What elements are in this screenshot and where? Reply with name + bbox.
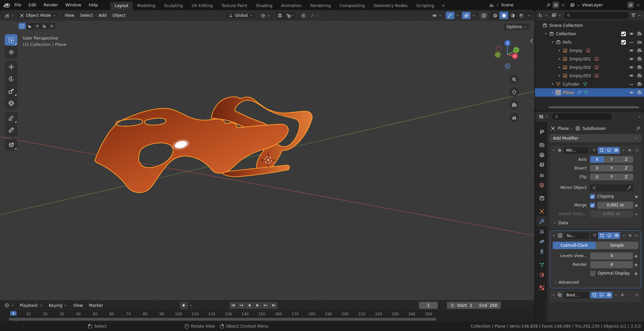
visibility-eye-icon[interactable] — [629, 90, 634, 95]
select-mode-button[interactable] — [41, 23, 48, 29]
timeline-editor-dropdown[interactable] — [3, 302, 16, 309]
outliner-row[interactable]: Empty — [535, 46, 644, 55]
properties-tab[interactable] — [536, 193, 547, 203]
gizmos-dropdown[interactable] — [454, 12, 461, 19]
topbar-menu[interactable]: File — [11, 3, 25, 7]
modifier-name-field[interactable]: Bool... — [564, 292, 589, 298]
row-label[interactable]: Collection — [556, 32, 576, 36]
topbar-menu[interactable]: Edit — [25, 3, 40, 7]
optimal-display-checkbox[interactable] — [590, 271, 595, 276]
viewport-menu[interactable]: Select — [77, 12, 96, 19]
outliner-row[interactable]: Cylinder — [535, 80, 644, 88]
shading-solid-button[interactable] — [499, 12, 508, 19]
blender-logo-icon[interactable] — [2, 0, 11, 10]
breadcrumb-item[interactable]: Subdivision — [583, 126, 606, 131]
render-camera-icon[interactable] — [637, 31, 642, 36]
new-scene-button[interactable] — [552, 2, 559, 8]
outliner-row[interactable]: Collection — [535, 30, 644, 38]
visibility-eye-icon[interactable] — [629, 82, 634, 87]
data-subpanel-toggle[interactable]: › Data — [550, 218, 641, 226]
outliner-hscrollbar[interactable] — [548, 106, 639, 108]
render-camera-icon[interactable] — [637, 48, 642, 53]
workspace-tab[interactable]: Compositing — [335, 2, 369, 10]
outliner-row[interactable]: Plane — [535, 88, 644, 97]
show-on-cage-toggle[interactable] — [590, 147, 598, 154]
overlays-dropdown[interactable] — [471, 12, 477, 19]
properties-tab[interactable] — [536, 283, 547, 293]
modifier-name-field[interactable]: Su... — [564, 232, 589, 239]
workspace-tab[interactable]: Sculpting — [160, 2, 187, 10]
workspace-tab[interactable]: Animation — [277, 2, 306, 10]
xray-toggle[interactable] — [479, 12, 488, 19]
shading-wireframe-button[interactable] — [491, 12, 499, 19]
row-label[interactable]: Refs — [563, 40, 572, 45]
current-frame-field[interactable]: 1 — [419, 302, 438, 309]
workspace-tab[interactable]: UV Editing — [187, 2, 217, 10]
pan-hand-button[interactable] — [509, 87, 519, 97]
drag-handle-icon[interactable] — [634, 148, 639, 153]
axis-toggle[interactable]: Z — [619, 156, 633, 163]
row-label[interactable]: Empty.001 — [570, 57, 591, 61]
zoom-button[interactable] — [509, 75, 519, 84]
eyedropper-icon[interactable] — [627, 186, 631, 190]
outliner-row[interactable]: Scene Collection — [535, 21, 644, 30]
timeline-menu[interactable]: Marker — [86, 302, 106, 309]
row-label[interactable]: Empty.003 — [570, 74, 591, 78]
workspace-tab[interactable]: Scripting — [412, 2, 438, 10]
properties-tab[interactable] — [536, 127, 547, 137]
properties-options-chevron[interactable] — [638, 115, 641, 119]
merge-threshold-field[interactable]: 0.001 m — [597, 202, 633, 209]
show-on-cage-toggle[interactable] — [591, 232, 598, 239]
workspace-tab[interactable]: + — [438, 1, 448, 10]
outliner-row[interactable]: Empty.002 — [535, 63, 644, 72]
modifier-extras-chevron[interactable] — [614, 293, 618, 297]
gizmos-toggle[interactable] — [446, 12, 454, 19]
select-mode-button[interactable] — [18, 23, 26, 29]
transport-button[interactable] — [229, 302, 237, 309]
properties-editor-dropdown[interactable] — [538, 113, 550, 120]
remove-viewlayer-icon[interactable] — [636, 3, 641, 8]
tool-button[interactable] — [5, 61, 17, 73]
shading-rendered-button[interactable] — [517, 12, 526, 19]
render-camera-icon[interactable] — [637, 82, 642, 87]
tool-button[interactable] — [5, 124, 17, 136]
row-label[interactable]: Empty — [570, 48, 583, 53]
outliner-row[interactable]: Empty.003 — [535, 72, 644, 80]
select-mode-button[interactable] — [48, 23, 55, 29]
show-in-render-toggle[interactable] — [613, 232, 620, 239]
scene-selector[interactable]: Scene — [488, 1, 567, 9]
new-viewlayer-button[interactable] — [627, 2, 634, 8]
properties-search-input[interactable] — [552, 113, 612, 120]
delete-modifier-icon[interactable] — [620, 293, 625, 297]
transport-button[interactable] — [254, 302, 261, 309]
show-in-editmode-toggle[interactable] — [598, 147, 605, 154]
tool-button[interactable] — [5, 34, 17, 46]
tool-button[interactable] — [5, 139, 17, 150]
modifier-extras-chevron[interactable] — [622, 148, 625, 152]
show-in-viewport-toggle[interactable] — [605, 232, 613, 239]
properties-tab[interactable] — [536, 206, 547, 216]
shading-material-button[interactable] — [508, 12, 517, 19]
proportional-falloff-dropdown[interactable] — [309, 12, 321, 19]
properties-tab[interactable] — [536, 259, 547, 270]
viewport-menu[interactable]: Add — [96, 12, 109, 19]
snap-settings-dropdown[interactable] — [284, 12, 296, 19]
collapse-chevron-icon[interactable] — [552, 148, 555, 152]
transport-button[interactable] — [237, 302, 245, 309]
tool-button[interactable] — [5, 112, 17, 124]
show-in-editmode-toggle[interactable] — [590, 292, 598, 298]
properties-tab[interactable] — [536, 140, 547, 150]
drag-handle-icon[interactable] — [634, 233, 639, 238]
axis-toggle[interactable]: X — [590, 165, 604, 172]
workspace-tab[interactable]: Texture Paint — [217, 2, 252, 10]
render-camera-icon[interactable] — [637, 73, 642, 78]
topbar-menu[interactable]: Window — [62, 3, 85, 7]
options-dropdown[interactable]: Options — [504, 23, 530, 30]
tool-button[interactable] — [5, 97, 17, 109]
workspace-tab[interactable]: Geometry Nodes — [369, 2, 412, 10]
viewlayer-selector[interactable]: ViewLayer — [569, 1, 642, 9]
editor-type-dropdown[interactable] — [3, 12, 16, 19]
pin-icon[interactable] — [636, 126, 641, 131]
outliner-row[interactable]: Refs — [535, 38, 644, 46]
shading-dropdown[interactable] — [526, 12, 532, 19]
